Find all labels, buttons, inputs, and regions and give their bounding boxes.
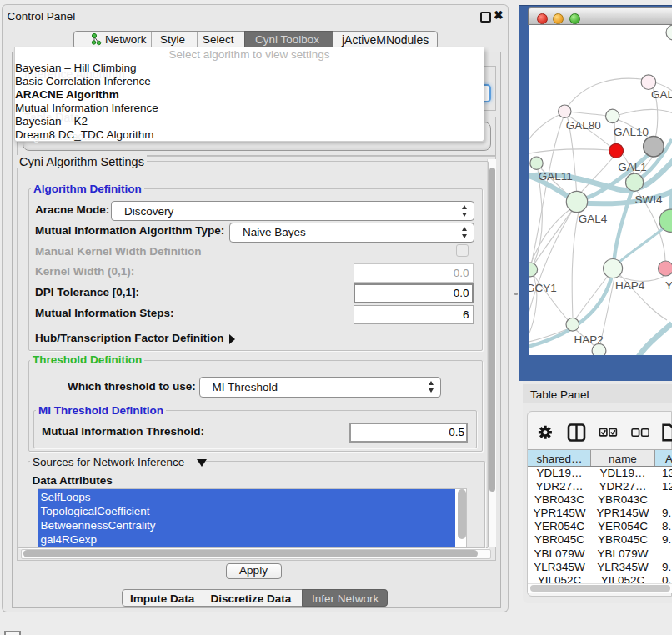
svg-text:GAL10: GAL10 xyxy=(614,126,649,138)
svg-text:HAP4: HAP4 xyxy=(615,279,645,292)
svg-text:GCY1: GCY1 xyxy=(529,282,557,294)
svg-text:YM: YM xyxy=(665,279,672,292)
svg-text:GAL80: GAL80 xyxy=(566,119,601,132)
svg-text:GAL4: GAL4 xyxy=(579,212,608,225)
svg-text:SWI4: SWI4 xyxy=(635,193,663,206)
svg-text:GAL1: GAL1 xyxy=(618,161,647,173)
svg-text:GAL11: GAL11 xyxy=(539,170,573,182)
svg-text:GAL2: GAL2 xyxy=(651,88,672,101)
svg-text:HAP2: HAP2 xyxy=(574,333,603,346)
